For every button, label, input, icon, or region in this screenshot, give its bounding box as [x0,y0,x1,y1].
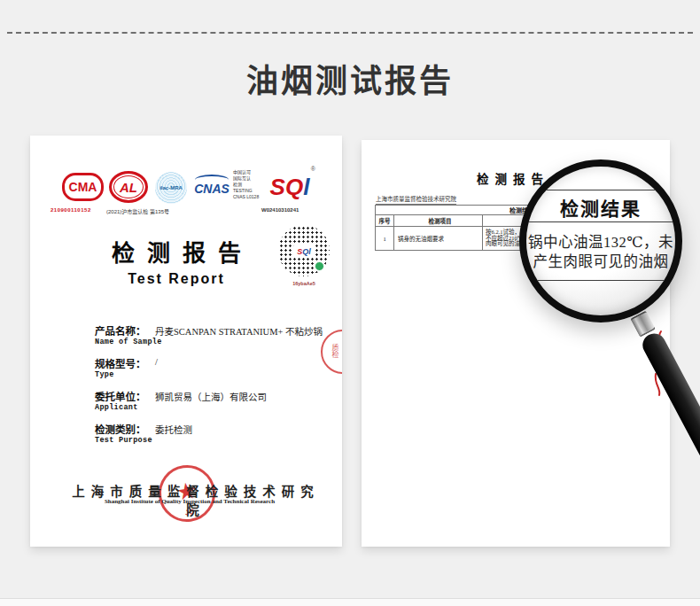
qr-caption: 16ybaAe5 [278,281,330,286]
field-value: 委托检测 [155,423,192,436]
certificate-numbers-row: 210900110152 (2021)沪市监认检 第135号 W02410310… [30,207,342,216]
field-label-cn: 规格型号： [95,356,334,370]
cma-logo-label: CMA [69,180,97,194]
field-label-en: Name of Sample [95,338,334,346]
qr-logo-blue: Ql [302,246,311,255]
certificate-number-right: W02410310241 [261,207,299,213]
field-value: / [155,357,158,367]
qr-green-dot-icon [315,261,324,271]
field-label-cn: 检测类别： [95,422,334,436]
cma-logo-icon: CMA [62,173,104,201]
qr-center-logo: SQl [293,245,315,258]
magnified-result-header: 检测结果 [526,194,675,221]
result-page-agency: 上海市质量监督检验技术研究院 [376,194,456,205]
magnified-result-line: 产生肉眼可见的油烟 [526,250,675,271]
field-row-type: 规格型号： Type / [95,356,334,379]
ilac-mra-logo-icon: ilac-MRA [155,172,187,204]
section-bottom-strip [0,598,700,606]
accreditation-line: CNAS L0128 [233,194,263,200]
registered-mark: ® [311,166,315,172]
cnas-swoosh-icon [195,175,229,185]
magnified-rule [526,221,675,222]
accreditation-line: 中国认可 [233,169,263,175]
magnifier-glass: 检测结果 锅中心油温132℃，未 产生肉眼可见的油烟 [519,159,682,322]
field-label-en: Type [95,370,334,379]
magnified-result-line: 锅中心油温132℃，未 [526,230,675,252]
cal-logo-label: AL [120,180,137,195]
certification-logos-row: CMA AL ilac-MRA CNAS 中国认可 国际互认 检测 TESTIN… [30,169,342,208]
field-value: 狮凯贸易（上海）有限公司 [155,390,267,403]
certificate-number-red: 210900110152 [51,207,91,213]
cnas-logo-icon: CNAS [193,178,230,199]
sqi-logo-icon: SQl ® [262,167,317,206]
oil-smoke-report-section: 油烟测试报告 CMA AL ilac-MRA CNAS 中国认可 国际互认 检测… [0,0,700,606]
report-title-cn: 检测报告 [66,235,287,268]
sqi-logo-blue-letter: l [303,174,309,201]
cell-no: 1 [376,227,394,251]
test-report-cover-document: CMA AL ilac-MRA CNAS 中国认可 国际互认 检测 TESTIN… [30,136,342,547]
accreditation-line: 检测 [233,182,263,188]
accreditation-line: 国际互认 [233,175,263,182]
cell-item: 锅身的无油烟要求 [394,227,483,251]
report-title-en: Test Report [66,271,287,287]
institute-name-en: Shanghai Institute of Quality Inspection… [57,498,323,505]
certificate-number-center: (2021)沪市监认检 第135号 [106,207,169,215]
dashed-divider [7,32,693,34]
field-label-en: Test Purpose [95,436,334,445]
sample-info-fields: 产品名称： Name of Sample 丹麦SCANPAN STRATANIU… [95,323,334,454]
magnified-rule [526,190,675,190]
ilac-mra-logo-label: ilac-MRA [159,185,183,190]
accreditation-line: TESTING [233,188,263,194]
magnified-rule [526,280,675,281]
accreditation-text-block: 中国认可 国际互认 检测 TESTING CNAS L0128 [233,169,263,200]
column-header-no: 序号 [376,215,394,227]
sqi-logo-red-letters: SQ [270,174,304,201]
field-label-en: Applicant [95,403,334,412]
field-value: 丹麦SCANPAN STRATANIUM+ 不粘炒锅 [155,324,323,338]
column-header-item: 检测项目 [394,215,483,227]
magnifier-icon: 检测结果 锅中心油温132℃，未 产生肉眼可见的油烟 [519,159,682,322]
qr-code-icon: SQl [278,225,330,276]
section-title: 油烟测试报告 [0,55,700,101]
field-row-name: 产品名称： Name of Sample 丹麦SCANPAN STRATANIU… [95,323,334,346]
field-row-test-purpose: 检测类别： Test Purpose 委托检测 [95,422,334,445]
field-row-applicant: 委托单位： Applicant 狮凯贸易（上海）有限公司 [95,389,334,412]
cal-logo-icon: AL [109,171,148,203]
